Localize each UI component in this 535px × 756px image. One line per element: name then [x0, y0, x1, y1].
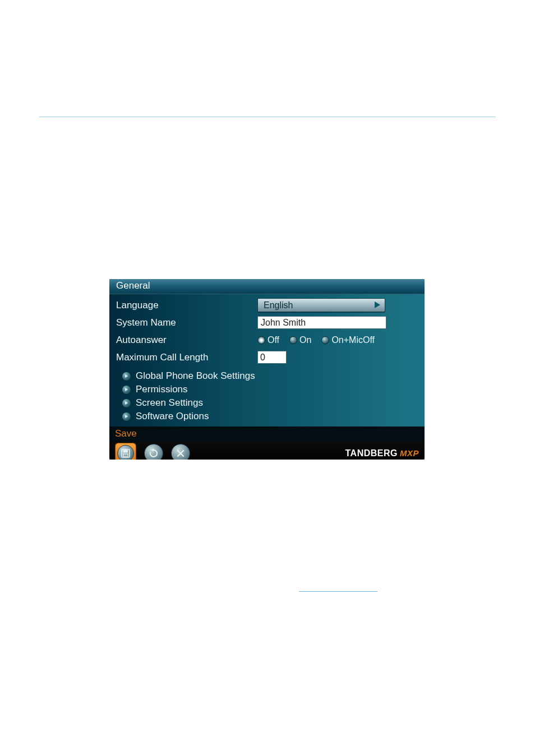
svg-rect-2 [123, 450, 128, 453]
close-icon [176, 449, 185, 458]
system-name-input[interactable] [257, 316, 386, 329]
refresh-icon [149, 448, 159, 458]
autoanswer-radio-group: Off On On+MicOff [257, 335, 375, 345]
brand-name: TANDBERG [345, 448, 398, 458]
refresh-button[interactable] [144, 444, 163, 460]
autoanswer-label: Autoanswer [116, 335, 257, 346]
autoanswer-on-radio[interactable]: On [289, 335, 311, 345]
radio-dot-icon [321, 336, 329, 344]
row-language: Language English [109, 296, 425, 314]
autoanswer-off-radio[interactable]: Off [257, 335, 279, 345]
save-button[interactable] [115, 443, 136, 460]
sublink-software-options[interactable]: Software Options [122, 410, 425, 423]
save-hint-bar: Save [109, 426, 425, 442]
row-autoanswer: Autoanswer Off On On+MicOff [109, 331, 425, 349]
autoanswer-on-label: On [299, 335, 311, 345]
toolbar-buttons [115, 443, 190, 460]
svg-rect-3 [123, 454, 128, 457]
bullet-play-icon [122, 385, 131, 395]
bullet-play-icon [122, 412, 131, 421]
horizontal-rule [39, 117, 496, 117]
svg-marker-4 [151, 448, 154, 452]
general-settings-panel: General Language English System Name Aut… [109, 279, 425, 460]
radio-dot-icon [289, 336, 297, 344]
panel-title: General [109, 279, 425, 294]
panel-body: Language English System Name Autoanswer … [109, 294, 425, 426]
sublink-screen-settings-label: Screen Settings [136, 397, 203, 409]
autoanswer-off-label: Off [268, 335, 279, 345]
sublink-screen-settings[interactable]: Screen Settings [122, 396, 425, 410]
bullet-play-icon [122, 372, 131, 381]
small-underline [299, 591, 377, 592]
sublinks-list: Global Phone Book Settings Permissions S… [109, 366, 425, 426]
sublink-global-phone-book-label: Global Phone Book Settings [136, 370, 255, 382]
sublink-permissions-label: Permissions [136, 384, 188, 395]
max-call-length-label: Maximum Call Length [116, 352, 257, 363]
close-button[interactable] [171, 444, 190, 460]
svg-marker-0 [375, 302, 380, 308]
sublink-global-phone-book[interactable]: Global Phone Book Settings [122, 369, 425, 383]
row-max-call-length: Maximum Call Length [109, 349, 425, 366]
brand-suffix: MXP [400, 448, 419, 458]
autoanswer-onmicoff-label: On+MicOff [331, 335, 375, 345]
language-dropdown[interactable]: English [257, 298, 385, 312]
bottom-toolbar: TANDBERG MXP [109, 442, 425, 460]
language-label: Language [116, 300, 257, 311]
autoanswer-onmicoff-radio[interactable]: On+MicOff [321, 335, 375, 345]
sublink-permissions[interactable]: Permissions [122, 383, 425, 396]
save-icon [121, 449, 130, 458]
radio-dot-icon [257, 336, 265, 344]
brand-logo: TANDBERG MXP [345, 448, 419, 458]
panel-title-text: General [116, 280, 150, 291]
row-system-name: System Name [109, 314, 425, 331]
language-value: English [264, 300, 293, 310]
max-call-length-input[interactable] [257, 351, 287, 364]
chevron-right-icon [375, 300, 380, 310]
system-name-label: System Name [116, 317, 257, 328]
sublink-software-options-label: Software Options [136, 411, 209, 422]
save-hint-label: Save [115, 428, 137, 439]
bullet-play-icon [122, 398, 131, 408]
